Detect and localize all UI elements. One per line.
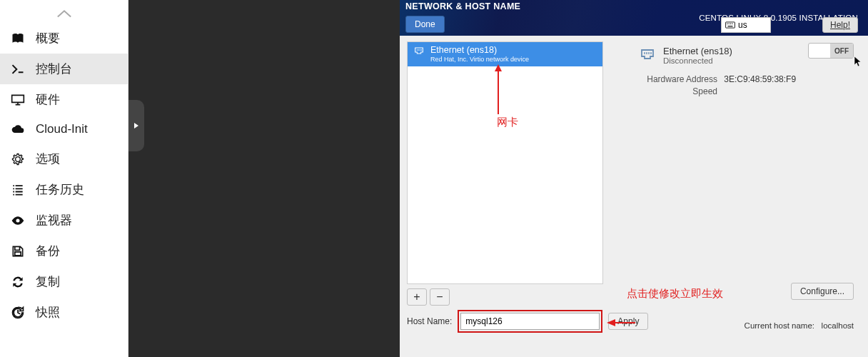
ethernet-large-icon: [639, 46, 656, 65]
svg-rect-3: [730, 24, 731, 24]
nic-toggle[interactable]: OFF: [808, 43, 854, 59]
hostname-label: Host Name:: [407, 316, 452, 326]
keyboard-layout-selector[interactable]: us: [721, 17, 771, 33]
svg-rect-5: [727, 26, 732, 26]
sidebar-item-replication[interactable]: 复制: [0, 266, 128, 297]
keyboard-layout-label: us: [738, 20, 747, 30]
svg-rect-0: [726, 22, 735, 28]
sidebar-item-label: 控制台: [36, 61, 72, 77]
console-viewport: [128, 0, 400, 357]
cloud-icon: [10, 122, 26, 136]
sidebar: 概要 控制台 硬件 Cloud-Init 选项 任务历史 监视器 备份 复制 快…: [0, 0, 128, 357]
page-title: NETWORK & HOST NAME: [405, 1, 520, 11]
svg-rect-4: [732, 24, 732, 24]
nic-name: Ethernet (ens18): [430, 45, 529, 55]
sidebar-item-summary[interactable]: 概要: [0, 23, 128, 54]
hw-address-label: Hardware Address: [639, 74, 717, 84]
installer-header: NETWORK & HOST NAME Done CENTOS LINUX 8.…: [400, 0, 868, 36]
refresh-icon: [10, 275, 26, 289]
sidebar-item-hardware[interactable]: 硬件: [0, 84, 128, 115]
speed-label: Speed: [639, 86, 717, 96]
sidebar-item-cloudinit[interactable]: Cloud-Init: [0, 115, 128, 144]
expand-panel-tab[interactable]: [128, 100, 144, 151]
installer-body: Ethernet (ens18) Red Hat, Inc. Virtio ne…: [400, 36, 868, 357]
sidebar-item-console[interactable]: 控制台: [0, 54, 128, 84]
sidebar-item-monitor[interactable]: 监视器: [0, 205, 128, 236]
svg-rect-2: [729, 24, 730, 24]
detail-name: Ethernet (ens18): [663, 46, 732, 56]
sidebar-item-backup[interactable]: 备份: [0, 236, 128, 266]
done-button[interactable]: Done: [405, 16, 445, 33]
current-hostname-value: localhost: [822, 321, 854, 330]
sidebar-item-label: 复制: [36, 273, 60, 290]
apply-button[interactable]: Apply: [608, 313, 648, 330]
monitor-icon: [10, 93, 26, 107]
cursor-pointer-icon: [854, 56, 862, 67]
svg-rect-1: [727, 24, 727, 24]
sidebar-item-options[interactable]: 选项: [0, 144, 128, 174]
sidebar-item-label: 任务历史: [36, 181, 84, 198]
hostname-highlight: [458, 310, 602, 333]
hw-address-value: 3E:C9:48:59:38:F9: [724, 74, 796, 84]
history-icon: [10, 306, 26, 320]
sidebar-item-label: 选项: [36, 151, 60, 167]
eye-icon: [10, 213, 26, 228]
save-icon: [10, 244, 26, 258]
anaconda-installer: NETWORK & HOST NAME Done CENTOS LINUX 8.…: [400, 0, 868, 357]
sidebar-item-label: 监视器: [36, 212, 72, 228]
ethernet-icon: [413, 45, 425, 59]
nic-subtitle: Red Hat, Inc. Virtio network device: [430, 56, 529, 63]
toggle-off-region: [809, 44, 830, 58]
keyboard-icon: [725, 21, 735, 29]
help-button[interactable]: Help!: [822, 17, 858, 33]
sidebar-item-label: 概要: [36, 30, 60, 46]
configure-button[interactable]: Configure...: [791, 283, 854, 300]
hostname-input[interactable]: [460, 313, 600, 330]
detail-status: Disconnected: [663, 56, 732, 65]
current-hostname: Current host name: localhost: [745, 321, 854, 330]
sidebar-item-snapshot[interactable]: 快照: [0, 297, 128, 328]
nic-list: Ethernet (ens18) Red Hat, Inc. Virtio ne…: [407, 41, 603, 284]
remove-nic-button[interactable]: −: [430, 288, 450, 306]
nic-details: Ethernet (ens18) Disconnected Hardware A…: [639, 41, 796, 357]
current-hostname-label: Current host name:: [745, 321, 814, 330]
sidebar-item-label: Cloud-Init: [36, 122, 88, 136]
terminal-icon: [10, 62, 26, 76]
gear-icon: [10, 152, 26, 166]
sidebar-item-taskhistory[interactable]: 任务历史: [0, 174, 128, 205]
add-nic-button[interactable]: +: [407, 288, 427, 306]
list-icon: [10, 183, 26, 197]
sidebar-collapse[interactable]: [0, 4, 128, 23]
sidebar-item-label: 硬件: [36, 91, 60, 108]
sidebar-item-label: 快照: [36, 304, 60, 321]
nic-list-item[interactable]: Ethernet (ens18) Red Hat, Inc. Virtio ne…: [408, 42, 602, 66]
hostname-row: Host Name: Apply: [407, 310, 648, 333]
book-icon: [10, 31, 26, 46]
sidebar-item-label: 备份: [36, 243, 60, 259]
toggle-state-label: OFF: [830, 44, 853, 58]
